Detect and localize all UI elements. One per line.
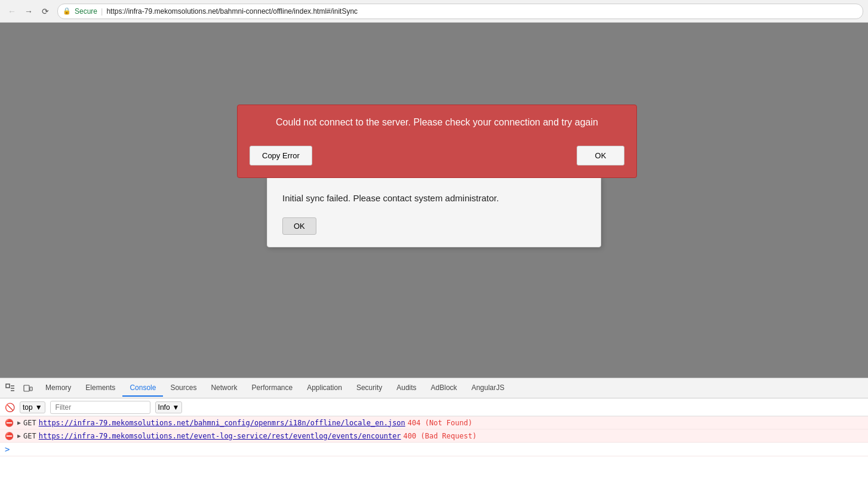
tab-angularjs[interactable]: AngularJS — [464, 380, 512, 397]
url-display: https://infra-79.mekomsolutions.net/bahm… — [106, 7, 858, 16]
main-content: Could not connect to the server. Please … — [0, 23, 868, 378]
level-selector[interactable]: Info ▼ — [155, 401, 183, 413]
gray-dialog-message: Initial sync failed. Please contact syst… — [282, 192, 586, 205]
dialog-container: Could not connect to the server. Please … — [237, 105, 631, 296]
red-dialog-footer: Copy Error OK — [238, 140, 636, 177]
back-button[interactable]: ← — [5, 4, 19, 19]
devtools-panel: Memory Elements Console Sources Network … — [0, 378, 868, 494]
console-row-2: ⛔ ▶ GET https://infra-79.mekomsolutions.… — [0, 429, 868, 443]
address-bar[interactable]: 🔒 Secure | https://infra-79.mekomsolutio… — [57, 4, 863, 19]
tab-console[interactable]: Console — [122, 380, 163, 397]
reload-button[interactable]: ⟳ — [38, 4, 53, 19]
tab-performance[interactable]: Performance — [244, 380, 300, 397]
lock-icon: 🔒 — [63, 7, 71, 15]
red-dialog-message: Could not connect to the server. Please … — [238, 105, 636, 140]
tab-adblock[interactable]: AdBlock — [424, 380, 464, 397]
expand-arrow-1[interactable]: ▶ — [17, 419, 21, 426]
console-status-1: 404 (Not Found) — [408, 419, 472, 427]
tab-sources[interactable]: Sources — [163, 380, 204, 397]
gray-dialog: Initial sync failed. Please contact syst… — [267, 176, 601, 247]
red-ok-button[interactable]: OK — [577, 146, 624, 165]
red-dialog-text: Could not connect to the server. Please … — [276, 117, 598, 127]
inspect-icon[interactable] — [2, 381, 18, 396]
device-icon[interactable] — [20, 381, 36, 396]
svg-rect-4 — [24, 385, 29, 391]
error-icon-1: ⛔ — [5, 419, 14, 427]
context-selector[interactable]: top ▼ — [20, 401, 45, 413]
console-url-1[interactable]: https://infra-79.mekomsolutions.net/bahm… — [39, 419, 405, 427]
gray-ok-button[interactable]: OK — [282, 217, 316, 235]
error-icon-2: ⛔ — [5, 432, 14, 440]
url-separator: | — [101, 7, 103, 16]
console-prompt-icon: > — [5, 444, 10, 454]
tab-application[interactable]: Application — [300, 380, 349, 397]
console-input-row: > — [0, 443, 868, 456]
copy-error-button[interactable]: Copy Error — [250, 146, 312, 165]
console-toolbar: 🚫 top ▼ Info ▼ — [0, 398, 868, 416]
console-filter-input[interactable] — [50, 401, 150, 414]
browser-toolbar: ← → ⟳ 🔒 Secure | https://infra-79.mekoms… — [0, 0, 868, 23]
level-chevron-icon: ▼ — [173, 403, 180, 412]
forward-button[interactable]: → — [21, 4, 36, 19]
expand-arrow-2[interactable]: ▶ — [17, 432, 21, 439]
red-dialog: Could not connect to the server. Please … — [237, 105, 637, 178]
nav-buttons: ← → ⟳ — [5, 4, 53, 19]
svg-rect-0 — [6, 384, 10, 388]
devtools-tabs: Memory Elements Console Sources Network … — [0, 378, 868, 398]
secure-label: Secure — [75, 7, 97, 16]
console-row-1: ⛔ ▶ GET https://infra-79.mekomsolutions.… — [0, 416, 868, 429]
console-output: ⛔ ▶ GET https://infra-79.mekomsolutions.… — [0, 416, 868, 494]
tab-network[interactable]: Network — [204, 380, 244, 397]
tab-audits[interactable]: Audits — [389, 380, 423, 397]
level-value: Info — [158, 403, 170, 412]
console-method-1: GET — [23, 419, 36, 427]
tab-memory[interactable]: Memory — [38, 380, 78, 397]
console-url-2[interactable]: https://infra-79.mekomsolutions.net/even… — [39, 432, 401, 440]
context-value: top — [23, 403, 33, 412]
console-status-2: 400 (Bad Request) — [404, 432, 477, 440]
tab-security[interactable]: Security — [349, 380, 389, 397]
console-method-2: GET — [23, 432, 36, 440]
tab-elements[interactable]: Elements — [78, 380, 122, 397]
context-chevron-icon: ▼ — [35, 403, 42, 412]
svg-rect-5 — [30, 387, 32, 391]
clear-console-icon[interactable]: 🚫 — [5, 403, 15, 412]
